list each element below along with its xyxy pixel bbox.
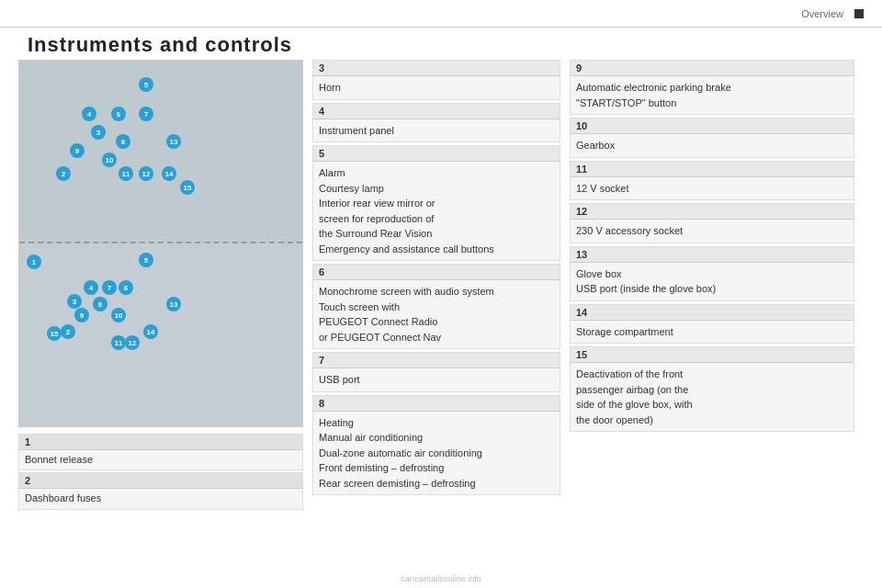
item-number-9: 9	[571, 61, 854, 76]
watermark: carmanualsonline.info	[401, 574, 481, 583]
item-number-3: 3	[313, 61, 560, 76]
item-desc-12: 230 V accessory socket	[571, 220, 854, 243]
circle-10: 10	[102, 153, 117, 167]
col-item-14: 14 Storage compartment	[570, 304, 854, 345]
item-desc-3: Horn	[313, 76, 560, 99]
col-item-10: 10 Gearbox	[570, 118, 854, 158]
circle-5-bot: 5	[139, 253, 153, 267]
circle-14-top: 14	[162, 166, 176, 181]
item-number-7: 7	[313, 353, 560, 368]
col-item-4: 4 Instrument panel	[312, 103, 560, 143]
circle-3-top: 3	[91, 125, 106, 140]
circle-7: 7	[139, 107, 153, 121]
col-item-5: 5 AlarmCourtesy lampInterior rear view m…	[312, 145, 560, 261]
col-item-7: 7 USB port	[312, 352, 560, 392]
col-item-6: 6 Monochrome screen with audio systemTou…	[312, 264, 560, 349]
car-bottom-view: 5 6 7 4 3 8 13 10 9 15 2 14 12 11 1	[19, 243, 302, 426]
item-desc-2: Dashboard fuses	[19, 489, 302, 508]
item-desc-11: 12 V socket	[571, 177, 854, 200]
circle-7-bot: 7	[102, 280, 117, 295]
col-item-12: 12 230 V accessory socket	[570, 203, 854, 243]
circle-11-bot: 11	[111, 335, 126, 350]
item-desc-13: Glove boxUSB port (inside the glove box)	[571, 263, 854, 300]
circle-10-bot: 10	[111, 308, 126, 322]
item-desc-14: Storage compartment	[571, 321, 854, 344]
middle-column: 3 Horn 4 Instrument panel 5 AlarmCourtes…	[312, 60, 560, 498]
header-square-icon	[854, 9, 864, 18]
item-desc-15: Deactivation of the frontpassenger airba…	[571, 363, 854, 431]
item-number-6: 6	[313, 265, 560, 280]
item-number-5: 5	[313, 146, 560, 162]
col-item-8: 8 HeatingManual air conditioningDual-zon…	[312, 395, 560, 496]
image-placeholder: 5 4 6 7 3 8 13 9 10 2 11 12 14 15 5 6 7 …	[19, 61, 302, 426]
right-column: 9 Automatic electronic parking brake"STA…	[570, 60, 854, 435]
item-number-2: 2	[19, 473, 302, 489]
item-desc-8: HeatingManual air conditioningDual-zone …	[313, 412, 560, 495]
item-desc-1: Bonnet release	[19, 450, 302, 469]
circle-9-bot: 9	[74, 308, 89, 322]
item-number-15: 15	[571, 347, 854, 363]
circle-4-bot: 4	[84, 280, 98, 295]
item-desc-5: AlarmCourtesy lampInterior rear view mir…	[313, 162, 560, 260]
col-item-13: 13 Glove boxUSB port (inside the glove b…	[570, 246, 854, 301]
circle-13-top: 13	[166, 134, 181, 149]
item-number-11: 11	[571, 162, 854, 177]
circle-6-bot: 6	[119, 280, 133, 295]
circle-3-bot: 3	[67, 294, 82, 309]
col-item-15: 15 Deactivation of the frontpassenger ai…	[570, 346, 854, 432]
circle-2-bot: 2	[61, 324, 75, 339]
item-desc-10: Gearbox	[571, 134, 854, 157]
item-number-4: 4	[313, 104, 560, 119]
circle-6: 6	[111, 107, 126, 121]
item-number-1: 1	[19, 435, 302, 450]
item-number-12: 12	[571, 204, 854, 220]
circle-15-top: 15	[180, 180, 195, 195]
circle-15-bot: 15	[47, 326, 62, 341]
circle-12-bot: 12	[125, 335, 140, 350]
item-block-1: 1 Bonnet release	[18, 434, 303, 470]
item-block-2: 2 Dashboard fuses	[18, 472, 303, 509]
col-item-9: 9 Automatic electronic parking brake"STA…	[570, 60, 854, 115]
item-desc-4: Instrument panel	[313, 119, 560, 142]
circle-2-top: 2	[56, 166, 71, 181]
circle-8-bot: 8	[93, 297, 107, 311]
circle-13-bot: 13	[166, 297, 181, 311]
circle-5-top: 5	[139, 77, 153, 92]
circle-12: 12	[139, 166, 153, 181]
circle-4: 4	[82, 107, 96, 121]
item-number-8: 8	[313, 396, 560, 412]
car-top-view: 5 4 6 7 3 8 13 9 10 2 11 12 14 15	[19, 61, 302, 243]
col-item-3: 3 Horn	[312, 60, 560, 100]
page-title: Instruments and controls	[28, 33, 292, 57]
item-desc-9: Automatic electronic parking brake"START…	[571, 76, 854, 114]
header-bar: Overview	[0, 0, 882, 28]
circle-1-bot: 1	[27, 254, 41, 269]
circle-14-bot: 14	[143, 324, 158, 339]
item-number-14: 14	[571, 305, 854, 321]
circle-8: 8	[116, 134, 130, 149]
circle-11: 11	[119, 166, 133, 181]
item-desc-7: USB port	[313, 368, 560, 391]
item-number-10: 10	[571, 119, 854, 134]
item-number-13: 13	[571, 247, 854, 263]
item-desc-6: Monochrome screen with audio systemTouch…	[313, 280, 560, 348]
dashboard-image: 5 4 6 7 3 8 13 9 10 2 11 12 14 15 5 6 7 …	[18, 60, 303, 427]
bottom-labels: 1 Bonnet release 2 Dashboard fuses	[18, 434, 303, 512]
circle-9: 9	[70, 143, 85, 158]
col-item-11: 11 12 V socket	[570, 161, 854, 201]
header-title: Overview	[801, 8, 843, 19]
